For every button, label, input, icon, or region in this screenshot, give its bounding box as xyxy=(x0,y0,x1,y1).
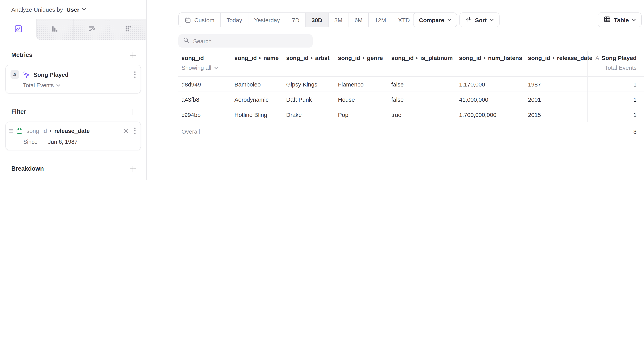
date-range-6m[interactable]: 6M xyxy=(348,13,368,27)
property-prefix: song_id xyxy=(26,127,47,134)
table-header-row: song_idShowing allsong_idnamesong_idarti… xyxy=(178,52,644,77)
calendar-icon xyxy=(184,17,191,23)
date-range-label: 30D xyxy=(312,17,322,23)
bar-chart-icon xyxy=(50,24,59,35)
tab-flow[interactable] xyxy=(73,19,110,40)
table-cell: 1987 xyxy=(525,77,587,92)
table-cell: 41,000,000 xyxy=(456,92,525,107)
tab-line-chart[interactable] xyxy=(0,19,36,40)
column-header[interactable]: song_idShowing all xyxy=(178,52,231,76)
table-row[interactable]: a43fb8AerodynamicDaft PunkHousefalse41,0… xyxy=(178,92,644,107)
filter-operator[interactable]: Since xyxy=(23,139,38,145)
tab-bar-chart[interactable] xyxy=(36,19,73,40)
search-icon xyxy=(183,37,190,45)
metric-column-subtitle: Total Events xyxy=(591,64,636,71)
date-range-30d[interactable]: 30D xyxy=(305,13,328,27)
results-table: song_idShowing allsong_idnamesong_idarti… xyxy=(178,52,644,140)
table-cell: a43fb8 xyxy=(178,92,231,107)
column-prefix: song_id xyxy=(391,55,414,61)
breadcrumb-arrow-icon xyxy=(484,57,486,59)
metric-aggregation-value: Total Events xyxy=(23,82,54,89)
table-cell: Gipsy Kings xyxy=(283,77,335,92)
column-header[interactable]: song_idartist xyxy=(283,52,335,76)
metric-letter-badge: A xyxy=(10,70,19,79)
column-header[interactable]: song_idrelease_date xyxy=(525,52,587,76)
column-header[interactable]: song_idis_platinum xyxy=(388,52,456,76)
search-input[interactable] xyxy=(193,38,308,44)
column-name: is_platinum xyxy=(420,55,453,61)
showing-all-dropdown[interactable]: Showing all xyxy=(182,64,229,71)
report-main-area: CustomTodayYesterday7D30D3M6M12MXTD Comp… xyxy=(147,0,644,180)
grid-icon xyxy=(604,16,611,24)
chevron-down-icon xyxy=(82,8,86,11)
metric-aggregation-dropdown[interactable]: Total Events xyxy=(23,82,136,89)
sort-button[interactable]: Sort xyxy=(460,13,500,27)
date-range-3m[interactable]: 3M xyxy=(328,13,348,27)
column-header[interactable]: song_idnum_listens xyxy=(456,52,525,76)
view-type-label: Table xyxy=(614,17,629,23)
add-filter-button[interactable] xyxy=(130,109,136,115)
table-cell: Pop xyxy=(335,107,388,122)
kebab-menu-icon[interactable] xyxy=(134,71,136,78)
date-range-custom[interactable]: Custom xyxy=(179,13,220,27)
filter-value[interactable]: Jun 6, 1987 xyxy=(48,139,78,145)
metric-event-name: Song Played xyxy=(34,71,68,78)
column-name: genre xyxy=(367,55,383,61)
metric-value-cell: 1 xyxy=(587,92,644,107)
view-type-button[interactable]: Table xyxy=(598,13,642,27)
metrics-title: Metrics xyxy=(11,52,32,59)
date-range-label: Custom xyxy=(194,17,214,23)
date-range-control: CustomTodayYesterday7D30D3M6M12MXTD xyxy=(178,13,423,27)
breadcrumb-arrow-icon xyxy=(553,57,555,59)
column-prefix: song_id xyxy=(234,55,257,61)
event-icon xyxy=(22,71,30,78)
breadcrumb-arrow-icon xyxy=(259,57,261,59)
chevron-down-icon xyxy=(56,84,60,87)
date-range-12m[interactable]: 12M xyxy=(368,13,392,27)
table-cell: Flamenco xyxy=(335,77,388,92)
tab-metrics[interactable] xyxy=(110,19,146,40)
analyze-label: Analyze Uniques by xyxy=(11,6,63,13)
table-cell: 2015 xyxy=(525,107,587,122)
metric-column-header[interactable]: ASong PlayedTotal Events xyxy=(587,52,644,76)
chevron-down-icon xyxy=(447,19,451,21)
table-row[interactable]: c994bbHotline BlingDrakePoptrue1,700,000… xyxy=(178,107,644,122)
metrics-section-header: Metrics xyxy=(0,52,146,59)
breadcrumb-arrow-icon xyxy=(50,130,52,132)
table-cell: false xyxy=(388,77,456,92)
table-row[interactable]: d8d949BamboleoGipsy KingsFlamencofalse1,… xyxy=(178,77,644,92)
date-range-label: 12M xyxy=(375,17,386,23)
breadcrumb-arrow-icon xyxy=(363,57,365,59)
table-cell: 1,700,000,000 xyxy=(456,107,525,122)
line-chart-icon xyxy=(14,24,22,35)
overall-row: Overall3 xyxy=(178,122,644,140)
showing-all-label: Showing all xyxy=(182,64,211,71)
metric-card[interactable]: A Song Played Total Events xyxy=(6,65,141,94)
date-range-yesterday[interactable]: Yesterday xyxy=(248,13,286,27)
remove-filter-icon[interactable] xyxy=(124,128,128,133)
column-header[interactable]: song_idname xyxy=(231,52,283,76)
date-range-label: 3M xyxy=(334,17,342,23)
analyze-entity-dropdown[interactable]: User xyxy=(66,6,86,13)
kebab-menu-icon[interactable] xyxy=(134,127,136,134)
breakdown-section-header: Breakdown xyxy=(0,165,146,172)
column-prefix: song_id xyxy=(286,55,308,61)
breakdown-title: Breakdown xyxy=(11,165,44,172)
filter-card[interactable]: song_id release_date Since Jun 6, 1987 xyxy=(6,122,141,150)
table-cell: Aerodynamic xyxy=(231,92,283,107)
metric-value-cell: 1 xyxy=(587,107,644,122)
date-range-label: 6M xyxy=(354,17,363,23)
column-name: name xyxy=(264,55,278,61)
add-breakdown-button[interactable] xyxy=(130,165,136,172)
column-prefix: song_id xyxy=(338,55,360,61)
date-range-today[interactable]: Today xyxy=(220,13,248,27)
add-metric-button[interactable] xyxy=(130,52,136,58)
column-header[interactable]: song_idgenre xyxy=(335,52,388,76)
date-range-label: 7D xyxy=(292,17,300,23)
chart-type-tabs xyxy=(0,19,146,40)
drag-handle-icon[interactable] xyxy=(9,128,13,133)
dot-grid-icon xyxy=(124,24,132,35)
compare-button[interactable]: Compare xyxy=(413,13,457,27)
compare-label: Compare xyxy=(419,17,444,23)
date-range-7d[interactable]: 7D xyxy=(286,13,305,27)
